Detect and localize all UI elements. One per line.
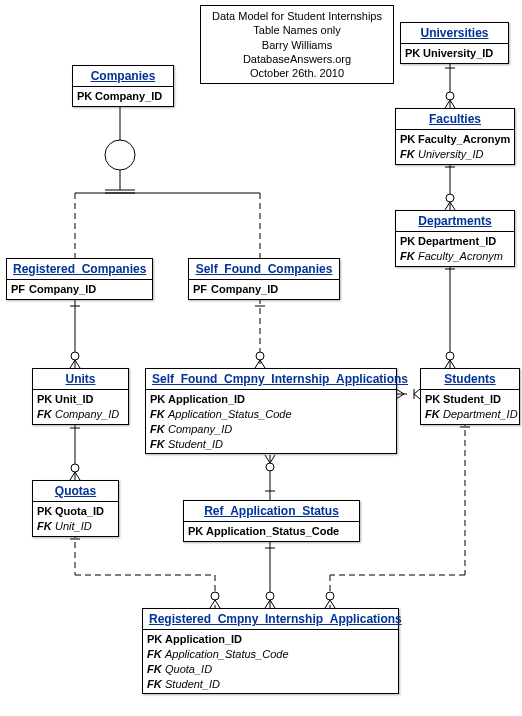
svg-point-25 [71, 352, 79, 360]
fk-label: FK [400, 147, 418, 162]
entity-universities: Universities PKUniversity_ID [400, 22, 509, 64]
info-line: October 26th. 2010 [207, 66, 387, 80]
attr: Quota_ID [165, 663, 212, 675]
entity-title: Registered_Companies [7, 259, 152, 280]
entity-title: Universities [401, 23, 508, 44]
svg-line-53 [270, 600, 275, 608]
svg-line-21 [445, 360, 450, 368]
entity-self-found-companies: Self_Found_Companies PFCompany_ID [188, 258, 340, 300]
entity-faculties: Faculties PKFaculty_Acronym FKUniversity… [395, 108, 515, 165]
entity-registered-companies: Registered_Companies PFCompany_ID [6, 258, 153, 300]
entity-title: Self_Found_Companies [189, 259, 339, 280]
svg-line-35 [396, 389, 404, 394]
entity-quotas: Quotas PKQuota_ID FKUnit_ID [32, 480, 119, 537]
attr: Faculty_Acronym [418, 250, 503, 262]
fk-label: FK [150, 407, 168, 422]
svg-point-46 [266, 463, 274, 471]
svg-line-42 [70, 472, 75, 480]
entity-title: Faculties [396, 109, 514, 130]
fk-label: FK [37, 519, 55, 534]
svg-line-26 [70, 360, 75, 368]
attr: University_ID [423, 47, 493, 59]
svg-point-58 [211, 592, 219, 600]
svg-point-1 [105, 140, 135, 170]
attr: Department_ID [418, 235, 496, 247]
entity-title: Quotas [33, 481, 118, 502]
svg-line-60 [215, 600, 220, 608]
pk-label: PK [425, 392, 443, 407]
svg-line-16 [445, 202, 450, 210]
fk-label: FK [147, 647, 165, 662]
pk-label: PK [77, 89, 95, 104]
entity-companies: Companies PKCompany_ID [72, 65, 174, 107]
entity-departments: Departments PKDepartment_ID FKFaculty_Ac… [395, 210, 515, 267]
fk-label: FK [425, 407, 443, 422]
svg-line-22 [450, 360, 455, 368]
entity-title: Registered_Cmpny_Internship_Applications [143, 609, 398, 630]
pk-label: PK [37, 504, 55, 519]
svg-line-36 [396, 394, 404, 399]
fk-label: FK [37, 407, 55, 422]
attr: Student_ID [165, 678, 220, 690]
attr: Student_ID [443, 393, 501, 405]
svg-line-67 [330, 600, 335, 608]
pk-label: PK [400, 132, 418, 147]
attr: Faculty_Acronym [418, 133, 510, 145]
svg-line-43 [75, 472, 80, 480]
svg-line-17 [450, 202, 455, 210]
attr: Company_ID [95, 90, 162, 102]
svg-line-11 [445, 100, 450, 108]
svg-line-52 [265, 600, 270, 608]
attr: Application_Status_Code [168, 408, 292, 420]
attr: Application_Status_Code [165, 648, 289, 660]
svg-point-30 [256, 352, 264, 360]
attr: Application_Status_Code [206, 525, 339, 537]
pk-label: PK [37, 392, 55, 407]
attr: Department_ID [443, 408, 518, 420]
entity-units: Units PKUnit_ID FKCompany_ID [32, 368, 129, 425]
fk-label: FK [147, 662, 165, 677]
attr: Company_ID [168, 423, 232, 435]
attr: Unit_ID [55, 393, 94, 405]
pk-label: PK [405, 46, 423, 61]
svg-line-32 [260, 360, 265, 368]
svg-line-66 [325, 600, 330, 608]
pk-label: PK [188, 524, 206, 539]
entity-registered-app: Registered_Cmpny_Internship_Applications… [142, 608, 399, 694]
entity-self-found-app: Self_Found_Cmpny_Internship_Applications… [145, 368, 397, 454]
entity-title: Departments [396, 211, 514, 232]
pk-label: PK [147, 632, 165, 647]
pk-label: PK [150, 392, 168, 407]
svg-line-59 [210, 600, 215, 608]
attr: Application_ID [168, 393, 245, 405]
svg-point-65 [326, 592, 334, 600]
fk-label: FK [150, 422, 168, 437]
entity-title: Units [33, 369, 128, 390]
entity-students: Students PKStudent_ID FKDepartment_ID [420, 368, 520, 425]
svg-point-51 [266, 592, 274, 600]
attr: Quota_ID [55, 505, 104, 517]
info-line: DatabaseAnswers.org [207, 52, 387, 66]
info-line: Barry Williams [207, 38, 387, 52]
svg-point-15 [446, 194, 454, 202]
info-line: Table Names only [207, 23, 387, 37]
attr: Application_ID [165, 633, 242, 645]
entity-title: Companies [73, 66, 173, 87]
entity-title: Self_Found_Cmpny_Internship_Applications [146, 369, 396, 390]
fk-label: FK [147, 677, 165, 692]
pf-label: PF [193, 282, 211, 297]
svg-line-47 [265, 455, 270, 463]
fk-label: FK [150, 437, 168, 452]
diagram-info-box: Data Model for Student Internships Table… [200, 5, 394, 84]
fk-label: FK [400, 249, 418, 264]
attr: Student_ID [168, 438, 223, 450]
svg-line-27 [75, 360, 80, 368]
svg-point-41 [71, 464, 79, 472]
svg-point-10 [446, 92, 454, 100]
svg-line-48 [270, 455, 275, 463]
attr: University_ID [418, 148, 483, 160]
attr: Company_ID [29, 283, 96, 295]
info-line: Data Model for Student Internships [207, 9, 387, 23]
svg-point-20 [446, 352, 454, 360]
pf-label: PF [11, 282, 29, 297]
